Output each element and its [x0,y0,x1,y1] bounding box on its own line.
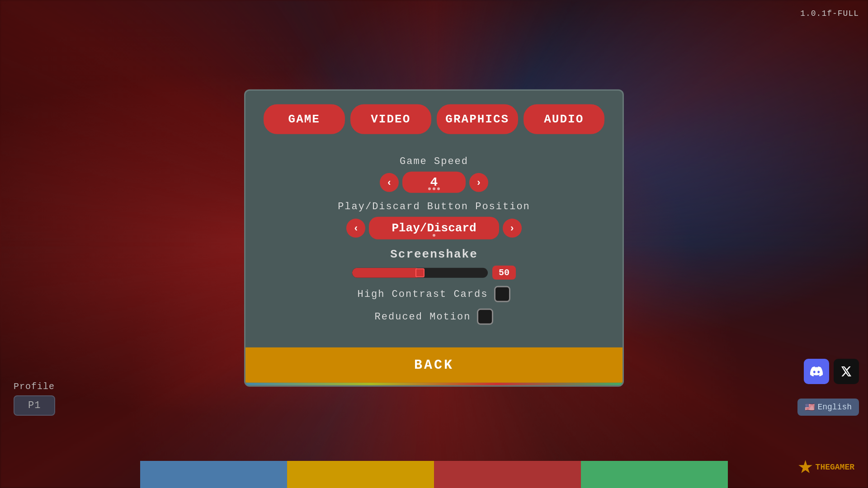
game-speed-dots [428,188,440,190]
high-contrast-toggle[interactable] [494,286,510,302]
screenshake-value: 50 [492,266,516,280]
tab-game[interactable]: Game [264,104,345,134]
bottom-tab-green [581,461,728,488]
screenshake-slider-row: 50 [264,266,604,280]
game-speed-decrease[interactable]: ‹ [380,173,399,192]
language-flag: 🇺🇸 [805,402,815,412]
screenshake-thumb[interactable] [415,268,425,277]
profile-area: Profile P1 [14,381,55,416]
bottom-tabs [140,461,728,488]
game-speed-label: Game Speed [400,156,468,167]
screenshake-fill [352,267,420,277]
game-speed-spinner: ‹ 4 › [380,172,488,193]
screenshake-track[interactable] [352,267,488,277]
bottom-tab-yellow [287,461,434,488]
game-speed-value-box: 4 [402,172,466,193]
social-icons [804,359,859,384]
play-discard-decrease[interactable]: ‹ [346,219,365,238]
back-button[interactable]: Back [245,347,623,383]
dot-3 [437,188,440,190]
game-speed-increase[interactable]: › [469,173,488,192]
language-button[interactable]: 🇺🇸 English [797,399,859,416]
play-discard-dots [433,234,435,237]
tab-row: Game Video Graphics Audio [264,104,604,134]
thegamer-logo: THEGAMER [798,460,854,474]
bottom-tab-red [434,461,581,488]
bottom-tab-blue [140,461,287,488]
back-button-wrapper: Back [245,347,623,383]
profile-value: P1 [14,395,55,416]
play-discard-increase[interactable]: › [503,219,522,238]
dialog-bottom-border [245,383,623,385]
reduced-motion-toggle[interactable] [477,309,493,325]
play-discard-spinner: ‹ Play/Discard › [346,217,521,239]
tab-video[interactable]: Video [350,104,432,134]
screenshake-label: Screenshake [390,248,478,261]
pd-dot-1 [433,234,435,237]
thegamer-logo-icon [798,460,813,474]
thegamer-name: THEGAMER [816,463,854,472]
language-label: English [817,403,852,412]
play-discard-label: Play/Discard Button Position [338,201,530,212]
high-contrast-label: High Contrast Cards [358,288,488,300]
x-button[interactable] [834,359,859,384]
dialog-inner: Game Video Graphics Audio Game Speed ‹ 4 [245,91,623,334]
profile-label: Profile [14,381,55,392]
dot-2 [433,188,435,190]
settings-area: Game Speed ‹ 4 › Play/Discard Button Pos… [264,148,604,334]
dot-1 [428,188,431,190]
tab-audio[interactable]: Audio [524,104,605,134]
tab-graphics[interactable]: Graphics [437,104,518,134]
discord-button[interactable] [804,359,829,384]
reduced-motion-row: Reduced Motion [375,309,494,325]
settings-dialog: Game Video Graphics Audio Game Speed ‹ 4 [244,89,624,387]
play-discard-value-box: Play/Discard [369,217,499,239]
dialog-arrow [426,89,442,91]
high-contrast-row: High Contrast Cards [358,286,511,302]
play-discard-value: Play/Discard [392,221,476,235]
version-label: 1.0.1f-FULL [800,9,859,18]
reduced-motion-label: Reduced Motion [375,311,471,322]
